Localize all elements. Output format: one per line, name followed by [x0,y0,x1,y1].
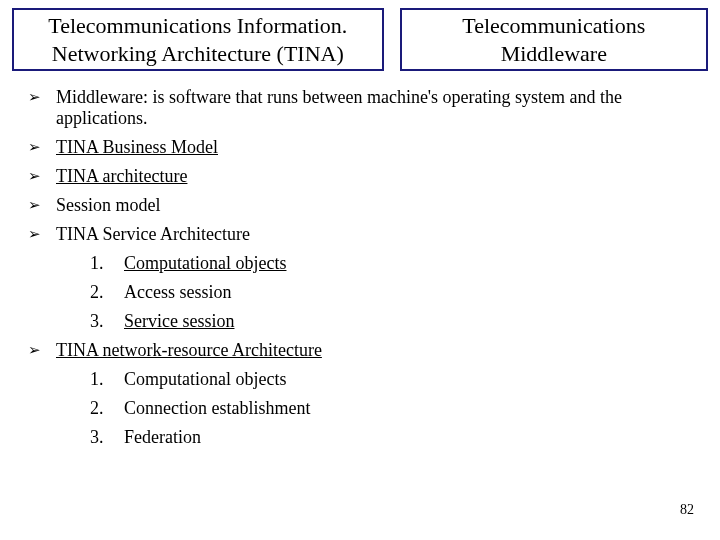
page-number: 82 [680,502,694,518]
sub-text: Computational objects [124,253,286,274]
bullet-text: TINA Business Model [56,137,692,158]
bullet-item: ➢ TINA architecture [28,166,692,187]
header-row: Telecommunications Information. Networki… [0,0,720,71]
bullet-text: Session model [56,195,692,216]
bullet-item: ➢ Middleware: is software that runs betw… [28,87,692,129]
bullet-text: TINA Service Architecture [56,224,692,245]
sub-text: Connection establishment [124,398,310,419]
sublist-2: 1. Computational objects 2. Connection e… [28,369,692,448]
sub-item: 2. Access session [90,282,692,303]
bullet-item: ➢ Session model [28,195,692,216]
sub-text: Computational objects [124,369,286,390]
arrow-icon: ➢ [28,166,56,187]
bullet-text: Middleware: is software that runs betwee… [56,87,692,129]
bullet-text: TINA network-resource Architecture [56,340,692,361]
arrow-icon: ➢ [28,195,56,216]
bullet-item: ➢ TINA Business Model [28,137,692,158]
title-left-box: Telecommunications Information. Networki… [12,8,384,71]
sublist-1: 1. Computational objects 2. Access sessi… [28,253,692,332]
sub-num: 3. [90,311,124,332]
sub-item: 1. Computational objects [90,253,692,274]
arrow-icon: ➢ [28,87,56,129]
title-right-line2: Middleware [501,41,607,66]
sub-item: 2. Connection establishment [90,398,692,419]
sub-item: 3. Service session [90,311,692,332]
content: ➢ Middleware: is software that runs betw… [0,71,720,448]
sub-num: 2. [90,282,124,303]
sub-item: 3. Federation [90,427,692,448]
title-left-text: Telecommunications Information. Networki… [48,13,347,66]
sub-text: Access session [124,282,231,303]
bullet-item: ➢ TINA Service Architecture [28,224,692,245]
sub-text: Federation [124,427,201,448]
sub-num: 2. [90,398,124,419]
bullet-item: ➢ TINA network-resource Architecture [28,340,692,361]
bullet-text: TINA architecture [56,166,692,187]
sub-item: 1. Computational objects [90,369,692,390]
arrow-icon: ➢ [28,224,56,245]
sub-num: 1. [90,369,124,390]
sub-text: Service session [124,311,234,332]
arrow-icon: ➢ [28,137,56,158]
sub-num: 1. [90,253,124,274]
arrow-icon: ➢ [28,340,56,361]
title-right-line1: Telecommunications [462,13,645,38]
title-right-box: Telecommunications Middleware [400,8,708,71]
sub-num: 3. [90,427,124,448]
